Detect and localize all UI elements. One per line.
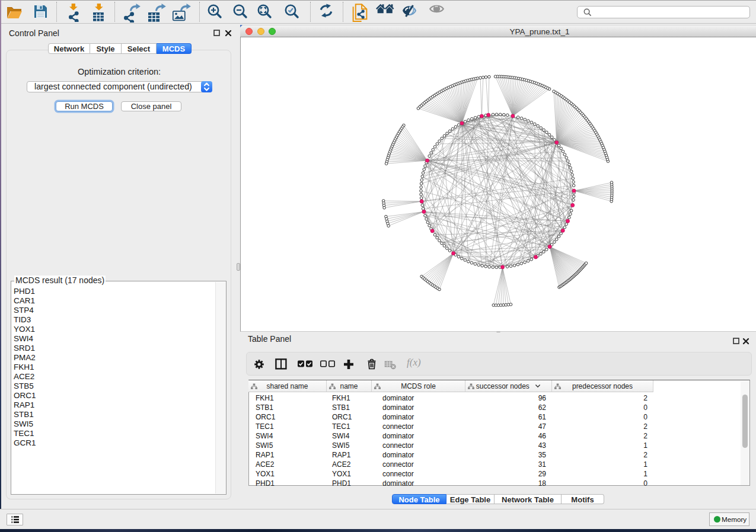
svg-text:f(x): f(x) — [407, 357, 421, 368]
